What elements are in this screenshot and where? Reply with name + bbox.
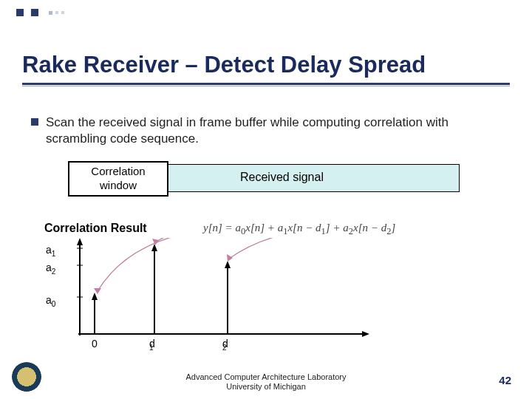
footer-line1: Advanced Computer Architecture Laborator… xyxy=(185,372,346,381)
bullet-item: Scan the received signal in frame buffer… xyxy=(31,115,504,147)
svg-marker-13 xyxy=(94,288,101,294)
bullet-icon xyxy=(31,118,38,126)
corr-window-line1: Correlation xyxy=(69,165,167,179)
page-number: 42 xyxy=(499,374,511,386)
svg-marker-8 xyxy=(92,293,98,300)
y-axis-labels: a1 a2 a0 xyxy=(46,244,55,312)
slide-title: Rake Receiver – Detect Delay Spread xyxy=(22,52,510,78)
svg-marker-1 xyxy=(77,238,83,245)
equation: y[n] = a0x[n] + a1x[n − d1] + a2x[n − d2… xyxy=(203,222,395,237)
slide-decoration xyxy=(16,9,64,16)
correlation-chart: a1 a2 a0 0 d1 d2 xyxy=(62,238,372,356)
footer-line2: University of Michigan xyxy=(226,382,306,391)
svg-marker-15 xyxy=(227,254,233,262)
bullet-text: Scan the received signal in frame buffer… xyxy=(46,115,504,147)
svg-marker-10 xyxy=(151,244,157,251)
svg-marker-3 xyxy=(362,331,369,337)
svg-marker-12 xyxy=(225,261,231,268)
received-signal-label: Received signal xyxy=(240,171,324,184)
correlation-window-box: Correlation window xyxy=(68,161,168,197)
correlation-result-label: Correlation Result xyxy=(44,222,147,235)
footer: Advanced Computer Architecture Laborator… xyxy=(0,372,532,392)
title-block: Rake Receiver – Detect Delay Spread xyxy=(22,52,510,86)
corr-window-line2: window xyxy=(69,179,167,193)
